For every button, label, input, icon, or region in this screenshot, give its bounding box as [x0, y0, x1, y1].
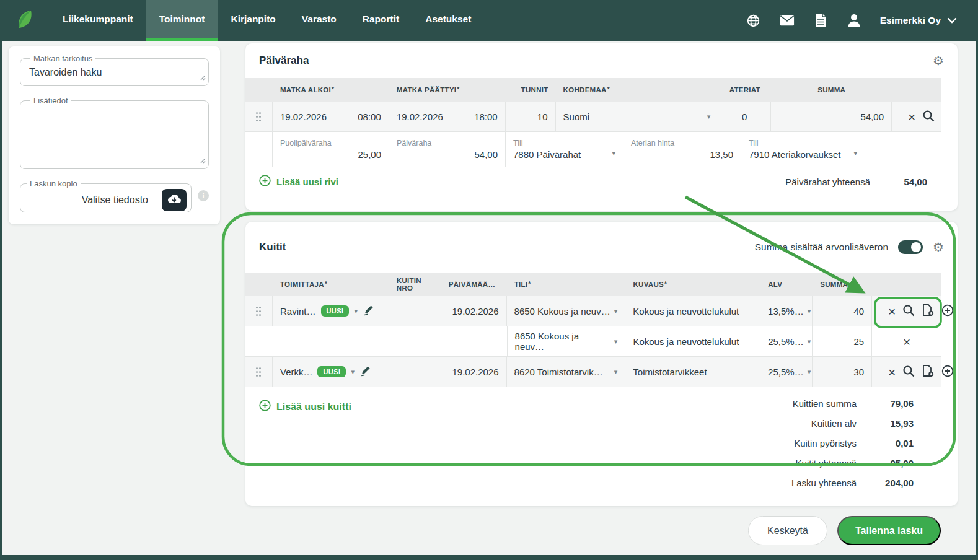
receipt-sum-input[interactable]: 40: [813, 296, 872, 326]
dropdown-icon[interactable]: ▾: [354, 307, 358, 315]
start-time-input[interactable]: 08:00: [344, 112, 381, 122]
receipt-date-input[interactable]: 19.02.2026: [441, 357, 507, 387]
receipt-number-input[interactable]: [389, 296, 441, 326]
mail-icon[interactable]: [780, 13, 795, 28]
add-sub-row-icon[interactable]: [941, 365, 954, 379]
dropdown-icon[interactable]: ▾: [351, 368, 355, 376]
cancel-button[interactable]: Keskeytä: [748, 516, 827, 545]
vat-select[interactable]: 25,5%… ▾: [760, 357, 813, 387]
receipt-sum-input[interactable]: 25: [813, 326, 872, 356]
drag-handle-icon[interactable]: [245, 296, 273, 326]
attach-document-icon[interactable]: [922, 364, 935, 379]
nav-item-varasto[interactable]: Varasto: [289, 0, 350, 41]
gear-icon[interactable]: ⚙: [933, 55, 944, 67]
account-select[interactable]: 8620 Toimistotarvik… ▾: [507, 357, 626, 387]
description-input[interactable]: Kokous ja neuvottelukulut: [625, 326, 760, 356]
dropdown-icon[interactable]: ▾: [614, 338, 618, 346]
nav-item-toiminnot[interactable]: Toiminnot: [146, 0, 218, 41]
dropdown-icon[interactable]: ▾: [707, 113, 711, 121]
receipts-rounding-row: Kuitin pyöristys0,01: [791, 433, 914, 453]
daily-allowance-detail-row: Puolipäiväraha 25,00 Päiväraha 54,00 Til…: [245, 132, 941, 167]
additional-info-value[interactable]: [28, 108, 201, 112]
cloud-download-icon: [167, 194, 181, 206]
dropdown-icon[interactable]: ▾: [808, 307, 811, 315]
daily-allowance-section: Päiväraha ⚙ MATKA ALKOI* MATKA PÄÄTTYI* …: [245, 43, 958, 211]
drag-handle-icon[interactable]: [245, 357, 273, 387]
receipts-vat-row: Kuittien alv15,93: [791, 413, 914, 433]
dropdown-icon[interactable]: ▾: [808, 368, 811, 376]
search-icon[interactable]: [902, 365, 915, 379]
gear-icon[interactable]: ⚙: [933, 241, 944, 253]
hours-value[interactable]: 10: [506, 102, 556, 131]
add-allowance-row-link[interactable]: Lisää uusi rivi: [259, 175, 338, 188]
globe-icon[interactable]: [746, 13, 761, 28]
choose-file-button[interactable]: Valitse tiedosto: [73, 188, 157, 212]
description-input[interactable]: Toimistotarvikkeet: [625, 357, 760, 387]
company-menu[interactable]: Esimerkki Oy: [880, 15, 957, 26]
add-receipt-link[interactable]: Lisää uusi kuitti: [259, 400, 351, 414]
description-input[interactable]: Kokous ja neuvottelukulut: [625, 296, 760, 326]
dropdown-icon[interactable]: ▾: [614, 368, 618, 376]
vat-toggle[interactable]: [898, 240, 923, 254]
trip-purpose-value[interactable]: Tavaroiden haku: [28, 66, 201, 81]
upload-button[interactable]: [162, 189, 187, 211]
delete-row-icon[interactable]: ×: [908, 110, 915, 123]
pencil-icon[interactable]: [359, 365, 372, 378]
nav-item-liikekumppanit[interactable]: Liikekumppanit: [50, 0, 146, 41]
leaf-logo-icon: [16, 9, 33, 32]
search-icon[interactable]: [902, 304, 915, 318]
meals-input[interactable]: 0: [718, 102, 771, 131]
invoice-copy-file-input[interactable]: [20, 188, 73, 212]
nav-item-asetukset[interactable]: Asetukset: [412, 0, 484, 41]
info-icon[interactable]: i: [198, 190, 209, 201]
person-icon[interactable]: [847, 13, 861, 28]
end-date-input[interactable]: 19.02.2026: [397, 112, 460, 122]
supplier-value[interactable]: Ravint…: [280, 306, 316, 317]
attach-document-icon[interactable]: [922, 304, 935, 318]
add-sub-row-icon[interactable]: [941, 304, 954, 318]
document-icon[interactable]: [813, 13, 828, 28]
pencil-icon[interactable]: [363, 304, 375, 318]
meal-price-input[interactable]: 13,50: [631, 149, 733, 160]
app-logo[interactable]: [2, 0, 50, 41]
app-frame: Liikekumppanit Toiminnot Kirjanpito Vara…: [2, 0, 976, 555]
add-circle-icon: [259, 175, 271, 188]
supplier-value[interactable]: Verkk…: [280, 367, 313, 377]
dropdown-icon[interactable]: ▾: [612, 149, 615, 160]
resize-grip-icon[interactable]: [200, 155, 206, 166]
end-time-input[interactable]: 18:00: [460, 112, 498, 122]
meal-account-select[interactable]: 7910 Ateriakorvaukset ▾: [749, 149, 857, 160]
account-select[interactable]: 8650 Kokous ja neuv… ▾: [507, 296, 626, 326]
new-badge: UUSI: [321, 305, 350, 317]
invoice-copy-label: Laskun kopio: [27, 179, 81, 188]
daily-allowance-table-header: MATKA ALKOI* MATKA PÄÄTTYI* TUNNIT KOHDE…: [245, 78, 941, 102]
search-icon[interactable]: [922, 110, 935, 124]
dropdown-icon[interactable]: ▾: [808, 338, 811, 346]
full-allowance-input[interactable]: 54,00: [397, 149, 498, 160]
resize-grip-icon[interactable]: [200, 72, 206, 83]
dropdown-icon[interactable]: ▾: [853, 149, 857, 160]
chevron-down-icon: [947, 15, 957, 26]
half-allowance-input[interactable]: 25,00: [280, 149, 381, 160]
receipt-date-input[interactable]: 19.02.2026: [441, 296, 507, 326]
nav-item-kirjanpito[interactable]: Kirjanpito: [218, 0, 288, 41]
trip-purpose-field[interactable]: Matkan tarkoitus Tavaroiden haku: [20, 54, 209, 86]
receipt-row: Verkk… UUSI ▾ 19.02.2026 8620 Toimistota…: [245, 357, 941, 387]
vat-select[interactable]: 13,5%… ▾: [760, 296, 813, 326]
allowance-account-select[interactable]: 7880 Päivärahat ▾: [513, 149, 615, 160]
delete-row-icon[interactable]: ×: [888, 365, 896, 378]
receipt-sum-input[interactable]: 30: [813, 357, 872, 387]
drag-handle-icon[interactable]: [245, 102, 273, 131]
nav-item-raportit[interactable]: Raportit: [350, 0, 412, 41]
trip-info-panel: Matkan tarkoitus Tavaroiden haku Lisätie…: [9, 46, 220, 224]
dropdown-icon[interactable]: ▾: [614, 307, 618, 315]
start-date-input[interactable]: 19.02.2026: [280, 112, 344, 122]
delete-row-icon[interactable]: ×: [903, 335, 910, 348]
receipt-number-input[interactable]: [389, 357, 441, 387]
vat-select[interactable]: 25,5%… ▾: [760, 326, 813, 356]
account-select[interactable]: 8650 Kokous ja neuv… ▾: [507, 326, 626, 356]
save-invoice-button[interactable]: Tallenna lasku: [837, 516, 941, 545]
delete-row-icon[interactable]: ×: [888, 305, 896, 318]
destination-select[interactable]: Suomi ▾: [556, 102, 719, 131]
additional-info-field[interactable]: Lisätiedot: [20, 96, 209, 169]
